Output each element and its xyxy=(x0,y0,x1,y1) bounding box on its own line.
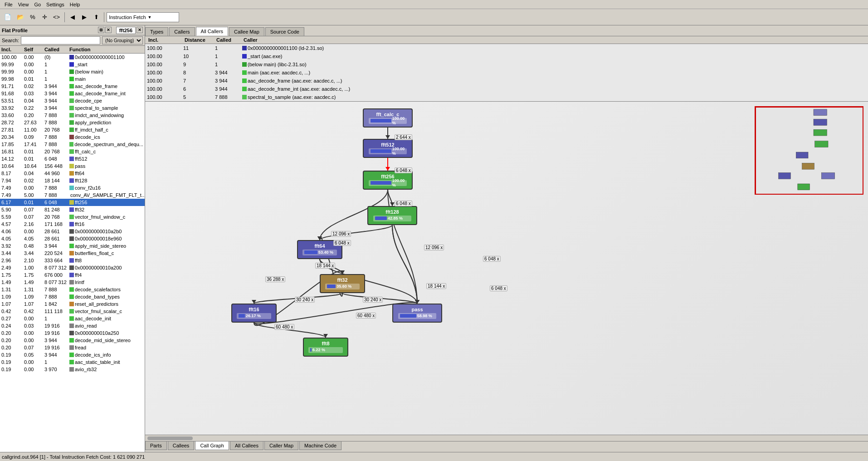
table-row[interactable]: 0.19 0.00 1 aac_static_table_init xyxy=(0,358,145,366)
table-row[interactable]: 99.99 0.00 1 _start xyxy=(0,61,145,68)
tab-source-code[interactable]: Source Code xyxy=(265,27,304,36)
caller-row[interactable]: 100.00 9 1 (below main) (libc-2.31.so) xyxy=(145,60,868,69)
graph-node-fft32[interactable]: fft32 35.60 % xyxy=(320,274,365,293)
tab-callers[interactable]: Callers xyxy=(169,27,195,36)
table-row[interactable]: 0.19 0.00 3 970 avio_rb32 xyxy=(0,366,145,373)
caller-row[interactable]: 100.00 10 1 _start (aac.exe) xyxy=(145,52,868,60)
new-button[interactable]: 📄 xyxy=(2,11,14,23)
table-row[interactable]: 0.20 0.07 19 916 fread xyxy=(0,344,145,351)
table-row[interactable]: 91.68 0.03 3 944 aac_decode_frame_int xyxy=(0,90,145,97)
tab-close-button[interactable]: ✕ xyxy=(137,27,143,33)
table-row[interactable]: 0.19 0.05 3 944 decode_ics_info xyxy=(0,351,145,358)
forward-button[interactable]: ▶ xyxy=(79,11,90,23)
table-row[interactable]: 7.94 0.02 18 144 fft128 xyxy=(0,177,145,184)
col-incl[interactable]: Incl. xyxy=(0,47,23,52)
table-row[interactable]: 100.00 0.00 (0) 0x0000000000001100 xyxy=(0,54,145,61)
cross-button[interactable]: ✛ xyxy=(39,11,50,23)
table-row[interactable]: 1.75 1.75 676 000 fft4 xyxy=(0,271,145,279)
scroll-thumb-x[interactable] xyxy=(147,436,193,440)
table-row[interactable]: 4.05 4.05 28 661 0x00000000018e960 xyxy=(0,235,145,242)
tab-types[interactable]: Types xyxy=(145,27,168,36)
table-row[interactable]: 33.60 0.20 7 888 imdct_and_windowing xyxy=(0,112,145,119)
fft256-tab[interactable]: fft256 xyxy=(116,27,136,34)
graph-node-fft64[interactable]: fft64 53.40 % xyxy=(297,240,342,259)
arrows-button[interactable]: <> xyxy=(51,11,62,23)
table-row[interactable]: 3.92 0.48 3 944 apply_mid_side_stereo xyxy=(0,242,145,250)
caller-col-called[interactable]: Called xyxy=(215,37,242,43)
graph-node-fft_calc_c[interactable]: fft_calc_c 100.00 % xyxy=(363,108,413,128)
graph-node-fft16[interactable]: fft16 26.17 % xyxy=(231,304,277,323)
caller-row[interactable]: 100.00 5 7 888 spectral_to_sample (aac.e… xyxy=(145,93,868,101)
bottom-tab-parts[interactable]: Parts xyxy=(145,441,167,450)
col-function[interactable]: Function xyxy=(68,47,145,52)
caller-row[interactable]: 100.00 7 3 944 aac_decode_frame (aac.exe… xyxy=(145,77,868,85)
graph-node-fft128[interactable]: fft128 42.85 % xyxy=(367,206,417,225)
menu-help[interactable]: Help xyxy=(67,1,83,8)
caller-col-distance[interactable]: Distance xyxy=(183,37,215,43)
table-row[interactable]: 8.17 0.04 44 960 fft64 xyxy=(0,170,145,177)
table-row[interactable]: 53.51 0.04 3 944 decode_cpe xyxy=(0,97,145,104)
bottom-tab-machine-code[interactable]: Machine Code xyxy=(299,441,341,450)
table-row[interactable]: 6.17 0.01 6 048 fft256 xyxy=(0,199,145,206)
panel-float-button[interactable]: ⊞ xyxy=(98,27,104,33)
table-row[interactable]: 16.81 0.01 20 768 fft_calc_c xyxy=(0,148,145,155)
table-row[interactable]: 33.92 0.22 3 944 spectral_to_sample xyxy=(0,104,145,112)
graph-scroll-x[interactable] xyxy=(145,435,868,441)
table-row[interactable]: 3.44 3.44 220 524 butterflies_float_c xyxy=(0,250,145,257)
graph-node-fft8[interactable]: fft8 6.22 % xyxy=(303,338,348,357)
panel-close-button[interactable]: ✕ xyxy=(105,27,112,33)
table-row[interactable]: 1.09 1.09 7 888 decode_band_types xyxy=(0,293,145,300)
table-row[interactable]: 5.90 0.07 81 248 fft32 xyxy=(0,206,145,213)
table-row[interactable]: 1.31 1.31 7 888 decode_scalefactors xyxy=(0,286,145,293)
table-row[interactable]: 5.59 0.07 20 768 vector_fmul_window_c xyxy=(0,213,145,221)
col-called[interactable]: Called xyxy=(43,47,68,52)
table-row[interactable]: 91.71 0.02 3 944 aac_decode_frame xyxy=(0,83,145,90)
menu-go[interactable]: Go xyxy=(31,1,44,8)
bottom-tab-caller-map[interactable]: Caller Map xyxy=(264,441,298,450)
bottom-tab-all-callees[interactable]: All Callees xyxy=(230,441,263,450)
table-row[interactable]: 27.81 11.00 20 768 ff_imdct_half_c xyxy=(0,126,145,133)
table-row[interactable]: 28.72 27.63 7 888 apply_prediction xyxy=(0,119,145,126)
graph-node-fft256[interactable]: fft256 100.00 % xyxy=(363,171,413,190)
table-row[interactable]: 4.06 0.00 28 661 0x00000000010a2b0 xyxy=(0,228,145,235)
table-row[interactable]: 0.20 0.00 3 944 decode_mid_side_stereo xyxy=(0,337,145,344)
table-row[interactable]: 2.96 2.10 333 664 fft8 xyxy=(0,257,145,264)
bottom-tab-callees[interactable]: Callees xyxy=(168,441,195,450)
table-row[interactable]: 4.57 2.16 171 168 fft16 xyxy=(0,221,145,228)
table-row[interactable]: 2.49 1.00 8 077 312 0x00000000010a200 xyxy=(0,264,145,271)
open-button[interactable]: 📂 xyxy=(15,11,26,23)
col-self[interactable]: Self xyxy=(23,47,43,52)
caller-row[interactable]: 100.00 8 3 944 main (aac.exe: aacdec.c, … xyxy=(145,69,868,77)
grouping-select[interactable]: (No Grouping) xyxy=(102,36,143,44)
caller-row[interactable]: 100.00 11 1 0x0000000000001100 (ld-2.31.… xyxy=(145,44,868,52)
table-row[interactable]: 0.42 0.42 111 118 vector_fmul_scalar_c xyxy=(0,308,145,315)
bottom-tab-call-graph[interactable]: Call Graph xyxy=(195,441,229,450)
table-row[interactable]: 14.12 0.01 6 048 fft512 xyxy=(0,155,145,162)
tab-callee-map[interactable]: Callee Map xyxy=(229,27,264,36)
caller-row[interactable]: 100.00 6 3 944 aac_decode_frame_int (aac… xyxy=(145,85,868,93)
graph-node-pass[interactable]: pass 58.98 % xyxy=(392,304,442,323)
tab-all-callers[interactable]: All Callers xyxy=(196,27,229,36)
table-row[interactable]: 7.49 0.00 7 888 conv_f2u16 xyxy=(0,184,145,191)
table-row[interactable]: 7.49 5.00 7 888 conv_AV_SAMPLE_FMT_FLT_t… xyxy=(0,191,145,199)
table-row[interactable]: 1.07 1.07 1 842 reset_all_predictors xyxy=(0,300,145,308)
graph-node-fft512[interactable]: fft512 100.00 % xyxy=(363,139,413,158)
up-button[interactable]: ⬆ xyxy=(91,11,102,23)
caller-col-incl[interactable]: Incl. xyxy=(147,37,183,43)
search-input[interactable] xyxy=(21,36,100,44)
table-row[interactable]: 17.85 17.41 7 888 decode_spectrum_and_de… xyxy=(0,141,145,148)
table-row[interactable]: 99.98 0.01 1 main xyxy=(0,75,145,83)
percent-button[interactable]: % xyxy=(27,11,38,23)
table-row[interactable]: 99.99 0.00 1 (below main) xyxy=(0,68,145,75)
table-row[interactable]: 1.49 1.49 8 077 312 lrintf xyxy=(0,279,145,286)
back-button[interactable]: ◀ xyxy=(67,11,78,23)
caller-col-caller[interactable]: Caller xyxy=(242,37,868,43)
table-row[interactable]: 0.27 0.00 1 aac_decode_init xyxy=(0,315,145,322)
table-row[interactable]: 10.64 10.64 156 448 pass xyxy=(0,162,145,170)
table-row[interactable]: 0.24 0.03 19 916 avio_read xyxy=(0,322,145,329)
table-row[interactable]: 20.34 0.09 7 888 decode_ics xyxy=(0,133,145,141)
menu-settings[interactable]: Settings xyxy=(44,1,67,8)
table-row[interactable]: 0.20 0.00 19 916 0x0000000010a250 xyxy=(0,329,145,337)
menu-view[interactable]: View xyxy=(15,1,32,8)
menu-file[interactable]: File xyxy=(2,1,15,8)
